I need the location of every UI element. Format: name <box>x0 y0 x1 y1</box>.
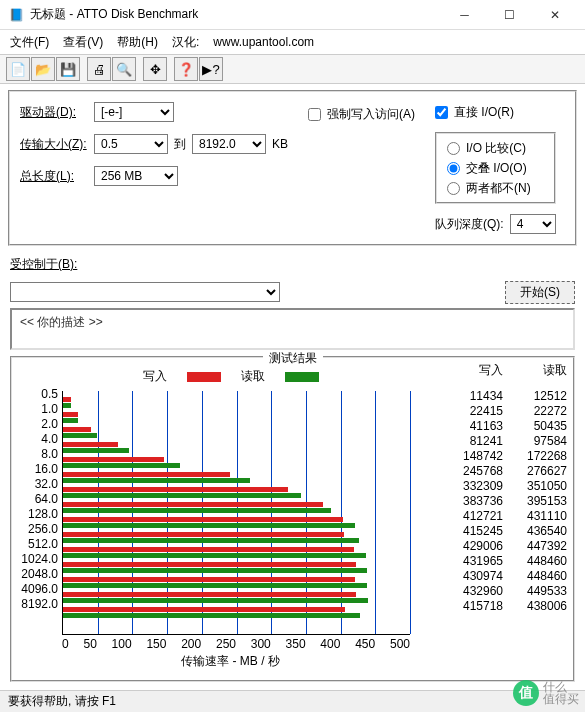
result-row: 431965448460 <box>457 554 567 569</box>
toolbar-btn-0[interactable]: 📄 <box>6 57 30 81</box>
bar-read <box>63 478 250 483</box>
watermark: 值 什么值得买 <box>513 680 579 706</box>
direct-io-checkbox[interactable] <box>435 106 448 119</box>
chart-y-labels: 0.51.02.04.08.016.032.064.0128.0256.0512… <box>18 387 62 635</box>
legend-read-label: 读取 <box>241 368 265 385</box>
bar-read <box>63 448 129 453</box>
toolbar-btn-6[interactable]: ❓ <box>174 57 198 81</box>
results-table: 写入读取114341251222415222724116350435812419… <box>457 362 567 670</box>
xfer-to-select[interactable]: 8192.0 <box>192 134 266 154</box>
force-write-label: 强制写入访问(A) <box>327 106 415 123</box>
app-icon: 📘 <box>8 7 24 23</box>
bar-write <box>63 397 71 402</box>
legend-read-swatch <box>285 372 319 382</box>
result-row: 429006447392 <box>457 539 567 554</box>
io-overlap-label: 交叠 I/O(O) <box>466 160 527 177</box>
xfer-unit: KB <box>272 137 288 151</box>
controlled-select[interactable] <box>10 282 280 302</box>
xfer-from-select[interactable]: 0.5 <box>94 134 168 154</box>
config-panel: 驱动器(D): [-e-] 传输大小(Z): 0.5 到 8192.0 KB 总… <box>8 90 577 246</box>
result-row: 412721431110 <box>457 509 567 524</box>
bar-write <box>63 562 356 567</box>
close-button[interactable]: ✕ <box>532 1 577 29</box>
menu-bar: 文件(F) 查看(V) 帮助(H) 汉化: www.upantool.com <box>0 30 585 54</box>
menu-file[interactable]: 文件(F) <box>10 34 49 51</box>
bar-read <box>63 613 360 618</box>
direct-io-label: 直接 I/O(R) <box>454 104 514 121</box>
toolbar-btn-7[interactable]: ▶? <box>199 57 223 81</box>
result-row: 8124197584 <box>457 434 567 449</box>
bar-write <box>63 607 345 612</box>
toolbar-btn-1[interactable]: 📂 <box>31 57 55 81</box>
xfer-to-label: 到 <box>174 136 186 153</box>
bar-write <box>63 457 164 462</box>
legend-write-swatch <box>187 372 221 382</box>
result-row: 245768276627 <box>457 464 567 479</box>
io-overlap-radio[interactable] <box>447 162 460 175</box>
minimize-button[interactable]: ─ <box>442 1 487 29</box>
bar-read <box>63 433 97 438</box>
io-mode-group: I/O 比较(C) 交叠 I/O(O) 两者都不(N) <box>435 132 556 204</box>
controlled-label: 受控制于(B): <box>10 256 78 273</box>
drive-label: 驱动器(D): <box>20 104 88 121</box>
result-row: 430974448460 <box>457 569 567 584</box>
toolbar-btn-5[interactable]: ✥ <box>143 57 167 81</box>
menu-help[interactable]: 帮助(H) <box>117 34 158 51</box>
queue-select[interactable]: 4 <box>510 214 556 234</box>
chart-x-title: 传输速率 - MB / 秒 <box>18 653 443 670</box>
result-row: 148742172268 <box>457 449 567 464</box>
result-row: 2241522272 <box>457 404 567 419</box>
description-box[interactable]: << 你的描述 >> <box>10 308 575 350</box>
bar-write <box>63 517 343 522</box>
result-row: 332309351050 <box>457 479 567 494</box>
bar-write <box>63 442 118 447</box>
chart-x-labels: 050100150200250300350400450500 <box>62 635 410 651</box>
bar-write <box>63 592 356 597</box>
io-compare-label: I/O 比较(C) <box>466 140 526 157</box>
toolbar-btn-2[interactable]: 💾 <box>56 57 80 81</box>
io-neither-radio[interactable] <box>447 182 460 195</box>
bar-write <box>63 472 230 477</box>
col-write: 写入 <box>457 362 503 379</box>
bar-read <box>63 403 71 408</box>
result-row: 415245436540 <box>457 524 567 539</box>
legend-write-label: 写入 <box>143 368 167 385</box>
toolbar-btn-3[interactable]: 🖨 <box>87 57 111 81</box>
maximize-button[interactable]: ☐ <box>487 1 532 29</box>
bar-read <box>63 493 301 498</box>
bar-read <box>63 508 331 513</box>
drive-select[interactable]: [-e-] <box>94 102 174 122</box>
len-label: 总长度(L): <box>20 168 88 185</box>
bar-read <box>63 523 355 528</box>
l10n-link[interactable]: www.upantool.com <box>213 35 314 49</box>
window-title: 无标题 - ATTO Disk Benchmark <box>30 6 442 23</box>
bar-write <box>63 412 78 417</box>
results-panel: 测试结果 写入 读取 0.51.02.04.08.016.032.064.012… <box>10 356 575 682</box>
chart-area <box>62 391 410 635</box>
bar-read <box>63 598 368 603</box>
bar-read <box>63 463 180 468</box>
xfer-label: 传输大小(Z): <box>20 136 88 153</box>
watermark-badge: 值 <box>513 680 539 706</box>
col-read: 读取 <box>521 362 567 379</box>
menu-view[interactable]: 查看(V) <box>63 34 103 51</box>
toolbar-btn-4[interactable]: 🔍 <box>112 57 136 81</box>
force-write-checkbox[interactable] <box>308 108 321 121</box>
bar-write <box>63 487 288 492</box>
result-row: 4116350435 <box>457 419 567 434</box>
start-button[interactable]: 开始(S) <box>505 281 575 304</box>
bar-write <box>63 547 354 552</box>
bar-write <box>63 502 323 507</box>
io-compare-radio[interactable] <box>447 142 460 155</box>
bar-write <box>63 427 91 432</box>
bar-read <box>63 568 367 573</box>
status-text: 要获得帮助, 请按 F1 <box>8 693 116 710</box>
bar-read <box>63 538 359 543</box>
bar-write <box>63 577 355 582</box>
len-select[interactable]: 256 MB <box>94 166 178 186</box>
result-row: 1143412512 <box>457 389 567 404</box>
bar-write <box>63 532 344 537</box>
bar-read <box>63 553 366 558</box>
result-row: 432960449533 <box>457 584 567 599</box>
io-neither-label: 两者都不(N) <box>466 180 531 197</box>
